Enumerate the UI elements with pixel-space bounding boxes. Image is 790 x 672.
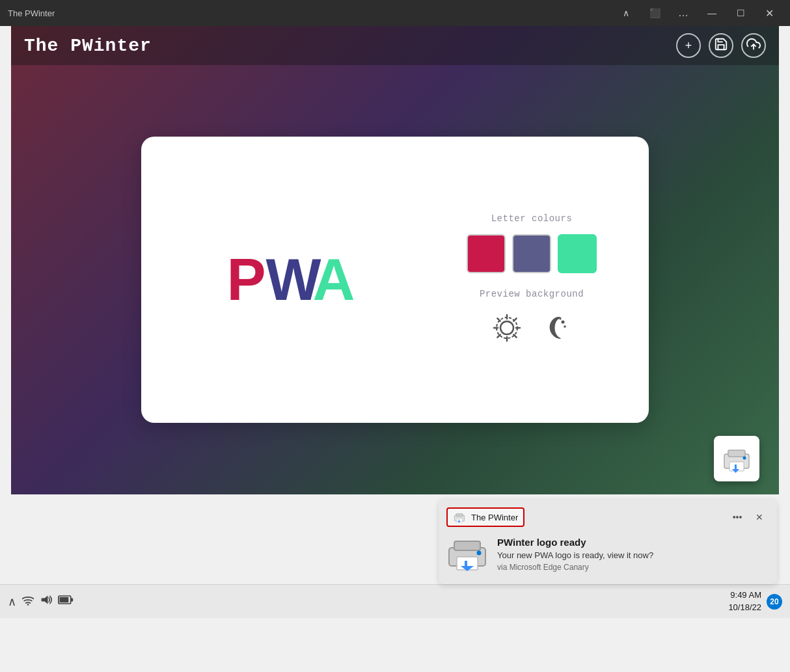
svg-rect-18 bbox=[735, 464, 737, 469]
main-content: P W A Letter colours Preview background bbox=[11, 65, 779, 494]
svg-point-1 bbox=[500, 321, 513, 334]
minimize-icon: — bbox=[707, 8, 716, 18]
title-bar-left: The PWinter bbox=[8, 8, 55, 18]
chevron-up-button[interactable]: ∧ bbox=[613, 0, 639, 26]
bg-controls bbox=[489, 310, 575, 346]
toast-more-icon: ••• bbox=[733, 512, 742, 522]
logo-letters-wa: W A bbox=[266, 250, 355, 309]
app-title: The PWinter bbox=[24, 36, 152, 56]
notification-area: The PWinter ••• ✕ bbox=[0, 494, 790, 584]
clock-area[interactable]: 9:49 AM 10/18/22 bbox=[728, 589, 761, 613]
share-icon bbox=[746, 37, 761, 55]
logo-letter-a: A bbox=[312, 250, 355, 309]
light-mode-button[interactable] bbox=[489, 310, 525, 346]
svg-rect-22 bbox=[456, 514, 463, 517]
close-icon: ✕ bbox=[765, 7, 774, 20]
svg-point-32 bbox=[27, 604, 29, 606]
toast-app-name: The PWinter bbox=[471, 513, 518, 522]
swatch-red[interactable] bbox=[467, 234, 506, 273]
svg-rect-36 bbox=[71, 598, 73, 601]
app-header: The PWinter + bbox=[11, 26, 779, 65]
toast-title-area[interactable]: The PWinter bbox=[446, 507, 524, 527]
taskbar-wifi-icon[interactable] bbox=[21, 594, 34, 609]
toast-notification-body: Your new PWA logo is ready, view it now? bbox=[497, 550, 769, 560]
title-bar-title: The PWinter bbox=[8, 8, 55, 18]
pwa-logo: P W A bbox=[227, 250, 355, 309]
toast-text: PWinter logo ready Your new PWA logo is … bbox=[497, 537, 769, 572]
svg-rect-30 bbox=[465, 561, 467, 566]
printer-icon-container bbox=[714, 436, 759, 481]
svg-marker-33 bbox=[42, 595, 48, 604]
preview-card: P W A Letter colours Preview background bbox=[141, 137, 649, 423]
svg-point-11 bbox=[562, 321, 565, 324]
share-button[interactable] bbox=[741, 33, 766, 58]
toast-printer-icon bbox=[446, 533, 488, 575]
printer-icon-box bbox=[714, 436, 759, 481]
more-icon: … bbox=[678, 7, 688, 19]
swatch-purple[interactable] bbox=[512, 234, 551, 273]
chevron-up-icon: ∧ bbox=[623, 8, 629, 18]
add-button[interactable]: + bbox=[676, 33, 701, 58]
clock-time: 9:49 AM bbox=[728, 589, 761, 601]
preview-background-label: Preview background bbox=[480, 289, 584, 299]
svg-rect-15 bbox=[728, 450, 745, 457]
moon-icon bbox=[541, 312, 572, 343]
logo-letter-p: P bbox=[227, 250, 266, 309]
taskbar-volume-icon[interactable] bbox=[40, 594, 53, 609]
toast-notification-title: PWinter logo ready bbox=[497, 537, 769, 548]
toast-notification-via: via Microsoft Edge Canary bbox=[497, 563, 769, 572]
screencast-icon: ⬛ bbox=[649, 8, 661, 18]
svg-point-29 bbox=[477, 551, 482, 556]
title-bar-controls: ∧ ⬛ … — ☐ ✕ bbox=[613, 0, 782, 26]
more-button[interactable]: … bbox=[670, 0, 696, 26]
svg-rect-27 bbox=[454, 541, 480, 550]
dark-mode-button[interactable] bbox=[538, 310, 575, 346]
controls-area: Letter colours Preview background bbox=[441, 213, 623, 346]
svg-rect-35 bbox=[60, 597, 69, 603]
svg-point-17 bbox=[743, 457, 746, 460]
toast-notification: The PWinter ••• ✕ bbox=[439, 500, 777, 584]
toast-close-button[interactable]: ✕ bbox=[750, 507, 769, 527]
title-bar: The PWinter ∧ ⬛ … — ☐ ✕ bbox=[0, 0, 790, 26]
letter-colours-label: Letter colours bbox=[491, 213, 573, 224]
notification-badge[interactable]: 20 bbox=[767, 594, 782, 610]
taskbar-left: ∧ bbox=[8, 594, 74, 609]
add-icon: + bbox=[685, 39, 692, 53]
app-window: The PWinter + bbox=[11, 26, 779, 494]
taskbar-up-icon[interactable]: ∧ bbox=[8, 595, 16, 609]
printer-svg-icon bbox=[720, 442, 753, 475]
toast-controls: ••• ✕ bbox=[728, 507, 769, 527]
toast-close-icon: ✕ bbox=[756, 512, 763, 522]
clock-date: 10/18/22 bbox=[728, 602, 761, 613]
toast-header: The PWinter ••• ✕ bbox=[446, 507, 769, 527]
svg-rect-24 bbox=[459, 520, 459, 521]
taskbar-battery-icon[interactable] bbox=[58, 594, 74, 609]
svg-point-12 bbox=[564, 325, 566, 328]
logo-letter-w: W bbox=[266, 250, 316, 309]
close-button[interactable]: ✕ bbox=[756, 0, 782, 26]
app-header-actions: + bbox=[676, 33, 766, 58]
taskbar-right: 9:49 AM 10/18/22 20 bbox=[728, 589, 782, 613]
minimize-button[interactable]: — bbox=[699, 0, 725, 26]
swatch-green[interactable] bbox=[558, 234, 597, 273]
toast-body: PWinter logo ready Your new PWA logo is … bbox=[446, 533, 769, 575]
taskbar: ∧ 9:49 AM 10/18 bbox=[0, 584, 790, 618]
screencast-button[interactable]: ⬛ bbox=[642, 0, 668, 26]
toast-app-icon bbox=[453, 511, 466, 524]
sun-icon bbox=[491, 312, 523, 343]
logo-area: P W A bbox=[167, 250, 415, 309]
maximize-button[interactable]: ☐ bbox=[728, 0, 754, 26]
toast-more-button[interactable]: ••• bbox=[728, 507, 747, 527]
save-icon bbox=[714, 37, 728, 55]
maximize-icon: ☐ bbox=[737, 8, 745, 18]
save-button[interactable] bbox=[709, 33, 733, 58]
color-swatches bbox=[467, 234, 597, 273]
svg-point-13 bbox=[560, 318, 562, 320]
